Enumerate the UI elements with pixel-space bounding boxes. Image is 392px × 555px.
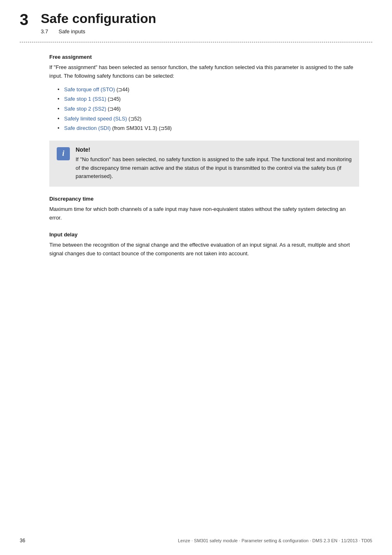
chapter-title-block: Safe configuration 3.7 Safe inputs [41, 12, 156, 35]
note-title: Note! [76, 146, 352, 153]
ss2-page-ref: (⊐46) [108, 106, 120, 112]
section-number: 3.7 [41, 28, 48, 35]
sdi-extra: (from SM301 V1.3) [112, 125, 159, 131]
discrepancy-time-heading: Discrepancy time [49, 196, 359, 202]
info-icon: i [57, 147, 70, 160]
discrepancy-time-text: Maximum time for which both channels of … [49, 205, 359, 222]
bullet-list: Safe torque off (STO) (⊐44) Safe stop 1 … [58, 85, 359, 133]
sls-page-ref: (⊐52) [129, 116, 141, 122]
ss2-link[interactable]: Safe stop 2 (SS2) [64, 106, 106, 112]
sto-link[interactable]: Safe torque off (STO) [64, 86, 115, 92]
header: 3 Safe configuration 3.7 Safe inputs [0, 0, 392, 35]
note-content: Note! If "No function" has been selected… [76, 146, 352, 181]
footer-doc-info: Lenze · SM301 safety module · Parameter … [178, 538, 372, 543]
section-label: 3.7 Safe inputs [41, 28, 156, 35]
note-box: i Note! If "No function" has been select… [49, 141, 359, 187]
chapter-title: Safe configuration [41, 12, 156, 26]
sdi-page-ref: (⊐58) [159, 125, 172, 131]
note-text: If "No function" has been selected, no s… [76, 155, 352, 181]
list-item: Safe direction (SDI) (from SM301 V1.3) (… [58, 123, 359, 133]
section-title: Safe inputs [59, 28, 85, 35]
list-item: Safe stop 2 (SS2) (⊐46) [58, 104, 359, 114]
list-item: Safely limited speed (SLS) (⊐52) [58, 114, 359, 124]
ss1-page-ref: (⊐45) [108, 96, 120, 102]
free-assignment-heading: Free assignment [49, 54, 359, 60]
chapter-number: 3 [20, 12, 28, 29]
input-delay-heading: Input delay [49, 231, 359, 238]
ss1-link[interactable]: Safe stop 1 (SS1) [64, 96, 106, 102]
sls-link[interactable]: Safely limited speed (SLS) [64, 116, 127, 122]
sto-page-ref: (⊐44) [116, 87, 129, 92]
sdi-link[interactable]: Safe direction (SDI) [64, 125, 111, 131]
footer: 36 Lenze · SM301 safety module · Paramet… [0, 538, 392, 543]
list-item: Safe torque off (STO) (⊐44) [58, 85, 359, 95]
list-item: Safe stop 1 (SS1) (⊐45) [58, 94, 359, 104]
content: Free assignment If "Free assignment" has… [0, 42, 392, 287]
page: 3 Safe configuration 3.7 Safe inputs Fre… [0, 0, 392, 555]
footer-page-number: 36 [20, 538, 25, 543]
input-delay-text: Time between the recognition of the sign… [49, 241, 359, 258]
free-assignment-intro: If "Free assignment" has been selected a… [49, 63, 359, 81]
